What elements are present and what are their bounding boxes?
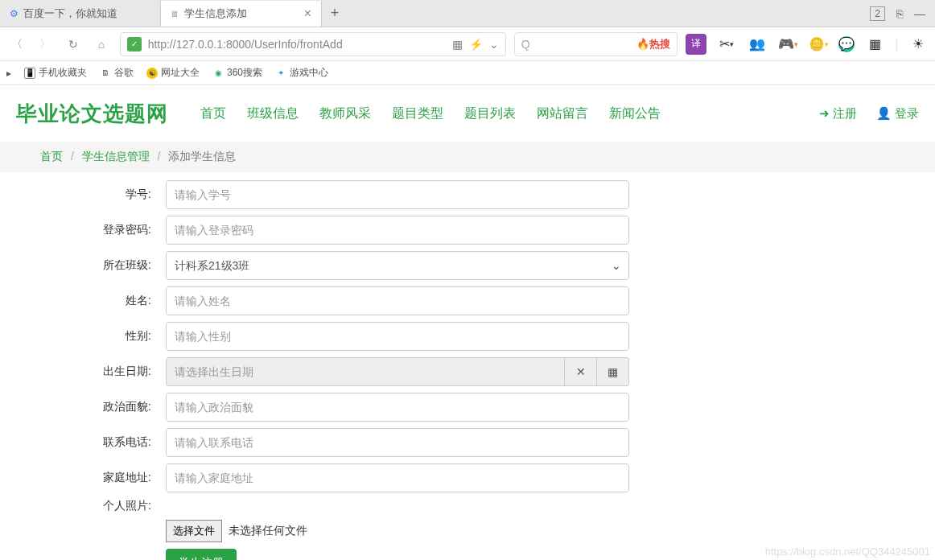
label-address: 家庭地址:	[40, 471, 166, 485]
nav-topic-list[interactable]: 题目列表	[464, 105, 516, 122]
label-class: 所在班级:	[40, 258, 166, 273]
tab-count-badge: 2	[870, 6, 885, 21]
password-input[interactable]	[166, 216, 629, 245]
search-icon: Q	[521, 38, 530, 51]
breadcrumb-current: 添加学生信息	[168, 150, 236, 163]
browser-search-input[interactable]: Q 🔥热搜	[514, 32, 678, 56]
political-input[interactable]	[166, 393, 629, 422]
label-password: 登录密码:	[40, 223, 166, 237]
favicon-page: 🗎	[171, 9, 179, 19]
label-student-no: 学号:	[40, 187, 166, 202]
chat-icon[interactable]: 💬	[838, 36, 855, 52]
birthdate-input[interactable]	[166, 357, 565, 386]
url-bar[interactable]: ✓ http://127.0.0.1:8000/UserInfo/frontAd…	[120, 32, 506, 56]
user-icon: 👤	[876, 106, 892, 121]
calendar-icon: ▦	[608, 365, 618, 378]
address-input[interactable]	[166, 463, 629, 492]
new-tab-button[interactable]: +	[322, 5, 348, 22]
grid-icon[interactable]: ▦	[864, 34, 885, 55]
chevron-down-icon[interactable]: ⌄	[489, 38, 499, 51]
back-button[interactable]: 〈	[6, 34, 27, 55]
forward-button[interactable]: 〉	[35, 34, 55, 55]
label-photo: 个人照片:	[40, 499, 166, 513]
bookmark-item[interactable]: 🗎谷歌	[100, 66, 134, 80]
refresh-icon[interactable]: 👥	[747, 34, 768, 55]
label-name: 姓名:	[40, 294, 166, 308]
breadcrumb-mgmt[interactable]: 学生信息管理	[82, 150, 150, 163]
bookmark-item[interactable]: ☯网址大全	[146, 66, 200, 80]
minimize-icon[interactable]: —	[914, 7, 925, 20]
tab-title: 学生信息添加	[184, 6, 247, 21]
scissors-icon[interactable]: ✂▾	[716, 34, 737, 55]
bookmark-item[interactable]: ◉360搜索	[212, 66, 262, 80]
browser-tab[interactable]: ⚙ 百度一下，你就知道	[0, 1, 161, 27]
gender-input[interactable]	[166, 322, 629, 351]
close-tab-icon[interactable]: ×	[304, 6, 311, 21]
nav-home[interactable]: 首页	[200, 105, 226, 122]
translate-icon[interactable]: 译	[686, 34, 706, 55]
name-input[interactable]	[166, 286, 629, 315]
signin-icon: ➜	[819, 106, 830, 121]
browser-tab-active[interactable]: 🗎 学生信息添加 ×	[161, 1, 322, 27]
login-link[interactable]: 👤登录	[876, 106, 919, 121]
shield-icon: ✓	[127, 37, 142, 51]
nav-news[interactable]: 新闻公告	[609, 105, 661, 122]
label-political: 政治面貌:	[40, 400, 166, 414]
expand-icon[interactable]: ▸	[6, 68, 11, 79]
submit-button[interactable]: 学生注册	[166, 549, 237, 560]
label-birthdate: 出生日期:	[40, 364, 166, 379]
breadcrumb-home[interactable]: 首页	[40, 150, 63, 163]
gamepad-icon[interactable]: 🎮▾	[777, 34, 798, 55]
nav-class-info[interactable]: 班级信息	[247, 105, 299, 122]
student-no-input[interactable]	[166, 180, 629, 209]
url-text: http://127.0.0.1:8000/UserInfo/frontAdd	[148, 38, 446, 51]
home-button[interactable]: ⌂	[91, 34, 111, 55]
class-select[interactable]: 计科系21级3班	[166, 251, 629, 280]
label-gender: 性别:	[40, 329, 166, 344]
site-logo[interactable]: 毕业论文选题网	[16, 100, 168, 128]
lightning-icon[interactable]: ⚡	[469, 38, 483, 51]
wallet-icon[interactable]: 🪙▾	[808, 34, 829, 55]
clear-date-button[interactable]: ✕	[565, 357, 597, 386]
choose-file-button[interactable]: 选择文件	[166, 520, 222, 542]
calendar-button[interactable]: ▦	[597, 357, 629, 386]
nav-messages[interactable]: 网站留言	[537, 105, 588, 122]
hot-search-label: 🔥热搜	[636, 37, 670, 51]
extension-icon[interactable]: ⎘	[896, 7, 903, 20]
label-phone: 联系电话:	[40, 435, 166, 450]
reload-button[interactable]: ↻	[63, 34, 83, 55]
tab-title: 百度一下，你就知道	[23, 6, 117, 21]
settings-icon[interactable]: ☀	[908, 34, 929, 55]
qr-icon[interactable]: ▦	[452, 38, 463, 51]
nav-topic-type[interactable]: 题目类型	[392, 105, 443, 122]
breadcrumb: 首页 / 学生信息管理 / 添加学生信息	[0, 142, 935, 172]
nav-teachers[interactable]: 教师风采	[319, 105, 371, 122]
register-link[interactable]: ➜注册	[819, 106, 857, 121]
file-chosen-text: 未选择任何文件	[229, 524, 307, 538]
bookmark-item[interactable]: ✦游戏中心	[275, 66, 328, 80]
favicon-baidu: ⚙	[10, 8, 19, 19]
phone-input[interactable]	[166, 428, 629, 457]
bookmark-item[interactable]: 📱手机收藏夹	[24, 66, 87, 80]
